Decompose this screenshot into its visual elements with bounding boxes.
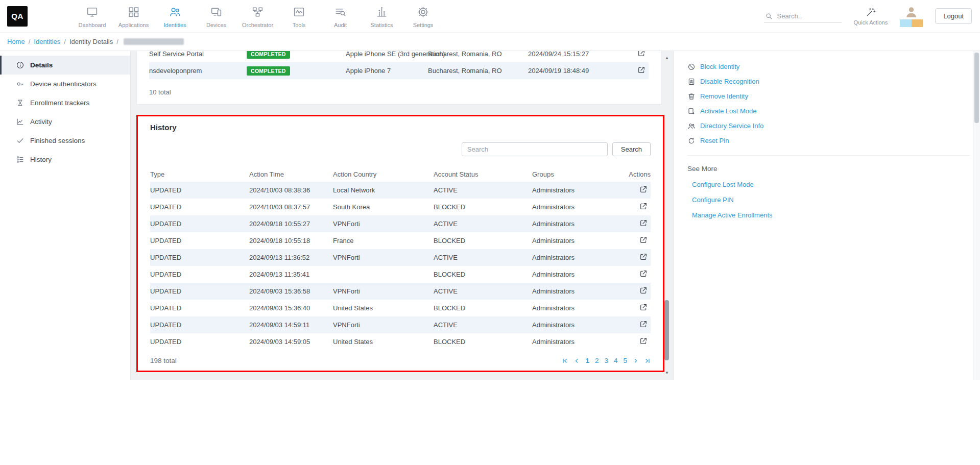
content-scrollbar[interactable]: ▲ ▼ (664, 53, 670, 376)
table-row: UPDATED 2024/10/03 08:38:36 Local Networ… (150, 182, 651, 199)
history-search-row: Search (150, 142, 651, 156)
open-details-icon[interactable] (639, 236, 648, 244)
breadcrumb-link-identities[interactable]: Identities (34, 38, 60, 45)
divider (687, 155, 970, 156)
page-scrollbar-thumb[interactable] (974, 53, 979, 123)
sidebar-item-label: Details (30, 61, 53, 69)
see-more-link[interactable]: Configure Lost Mode (687, 177, 970, 192)
open-details-icon[interactable] (639, 253, 648, 261)
hourglass-icon (16, 99, 25, 107)
nav-item[interactable]: Orchestrator (237, 4, 278, 28)
session-location: Bucharest, Romania, RO (428, 51, 528, 58)
identity-action-label: Directory Service Info (700, 122, 763, 130)
row-groups: Administrators (532, 254, 627, 261)
avatar-icon (904, 5, 918, 19)
col-action-time: Action Time (249, 170, 333, 178)
identity-action-label: Disable Recognition (700, 78, 759, 85)
app-logo-text: QA (11, 12, 23, 20)
lost-mode-icon (687, 107, 696, 115)
nav-item[interactable]: Statistics (361, 4, 402, 28)
page-number[interactable]: 5 (623, 357, 627, 364)
locale-flag[interactable] (900, 19, 923, 27)
scroll-up-arrow[interactable]: ▲ (664, 56, 670, 60)
session-name: nsdeveloponprem (149, 67, 247, 75)
sidebar-item[interactable]: History (0, 150, 130, 169)
table-row: UPDATED 2024/09/13 11:36:52 VPNForti ACT… (150, 249, 651, 266)
page-number[interactable]: 1 (585, 357, 589, 364)
page-number[interactable]: 2 (595, 357, 599, 364)
row-time: 2024/09/13 11:36:52 (249, 254, 333, 261)
nav-item[interactable]: Settings (402, 4, 444, 28)
scroll-down-arrow[interactable]: ▼ (664, 371, 670, 375)
logout-button[interactable]: Logout (935, 8, 972, 24)
nav-item-label: Devices (206, 22, 226, 28)
orchestrator-icon (251, 6, 264, 20)
identity-action-link[interactable]: Remove Identity (687, 89, 970, 104)
page-scrollbar[interactable] (973, 51, 980, 380)
see-more-link[interactable]: Manage Active Enrollments (687, 207, 970, 223)
audit-icon (334, 6, 347, 20)
nav-item[interactable]: Audit (320, 4, 361, 28)
status-badge: COMPLETED (247, 66, 290, 76)
page-number[interactable]: 3 (604, 357, 608, 364)
applications-icon (127, 6, 140, 20)
identity-action-link[interactable]: Disable Recognition (687, 74, 970, 89)
redacted-identity-name (124, 38, 184, 45)
quick-actions-button[interactable]: Quick Actions (854, 7, 888, 26)
row-type: UPDATED (150, 220, 249, 228)
global-search-input[interactable] (777, 12, 834, 20)
open-details-icon[interactable] (639, 303, 648, 311)
info-icon (16, 61, 25, 69)
scrollbar-thumb[interactable] (664, 300, 669, 360)
row-groups: Administrators (532, 304, 627, 312)
sidebar-item[interactable]: Enrollment trackers (0, 93, 130, 112)
sessions-card: Self Service Portal COMPLETED Apple iPho… (136, 51, 661, 105)
page-number[interactable]: 4 (614, 357, 618, 364)
row-status: BLOCKED (434, 237, 532, 244)
row-status: BLOCKED (434, 203, 532, 211)
open-details-icon[interactable] (639, 270, 648, 278)
history-search-input[interactable] (462, 142, 608, 156)
sidebar-item[interactable]: Activity (0, 112, 130, 131)
identity-action-link[interactable]: Directory Service Info (687, 118, 970, 133)
history-search-button[interactable]: Search (612, 142, 651, 156)
identity-action-link[interactable]: Activate Lost Mode (687, 104, 970, 118)
identity-action-link[interactable]: Block Identity (687, 59, 970, 74)
open-details-icon[interactable] (639, 286, 648, 295)
open-details-icon[interactable] (637, 51, 646, 57)
open-details-icon[interactable] (637, 66, 646, 74)
row-time: 2024/09/03 15:36:58 (249, 287, 333, 295)
open-details-icon[interactable] (639, 337, 648, 345)
table-row: UPDATED 2024/09/13 11:35:41 BLOCKED Admi… (150, 266, 651, 283)
app-logo[interactable]: QA (7, 6, 28, 27)
user-menu[interactable] (900, 5, 923, 27)
row-status: ACTIVE (434, 220, 532, 228)
sidebar-item[interactable]: Finished sessions (0, 131, 130, 150)
breadcrumb-current: Identity Details (69, 38, 113, 45)
sidebar-item[interactable]: Device authenticators (0, 75, 130, 93)
identities-icon (169, 6, 181, 20)
first-page-icon[interactable] (562, 358, 568, 364)
row-status: BLOCKED (434, 304, 532, 312)
open-details-icon[interactable] (639, 219, 648, 227)
see-more-link[interactable]: Configure PIN (687, 192, 970, 207)
history-total: 198 total (150, 357, 177, 364)
last-page-icon[interactable] (644, 358, 651, 364)
nav-item[interactable]: Tools (278, 4, 320, 28)
app-root: QA Dashboard Applications Identities (0, 0, 980, 465)
nav-item[interactable]: Identities (154, 4, 196, 28)
see-more-label: See More (687, 165, 970, 173)
open-details-icon[interactable] (639, 320, 648, 328)
nav-item[interactable]: Devices (196, 4, 237, 28)
open-details-icon[interactable] (639, 202, 648, 210)
open-details-icon[interactable] (639, 185, 648, 193)
breadcrumb-link-home[interactable]: Home (7, 38, 25, 45)
identity-action-link[interactable]: Reset Pin (687, 133, 970, 148)
col-type: Type (150, 170, 249, 178)
row-time: 2024/09/03 14:59:05 (249, 338, 333, 346)
sidebar-item[interactable]: Details (0, 56, 130, 75)
next-page-icon[interactable] (633, 358, 639, 364)
nav-item[interactable]: Applications (113, 4, 154, 28)
nav-item[interactable]: Dashboard (71, 4, 113, 28)
prev-page-icon[interactable] (573, 358, 580, 364)
